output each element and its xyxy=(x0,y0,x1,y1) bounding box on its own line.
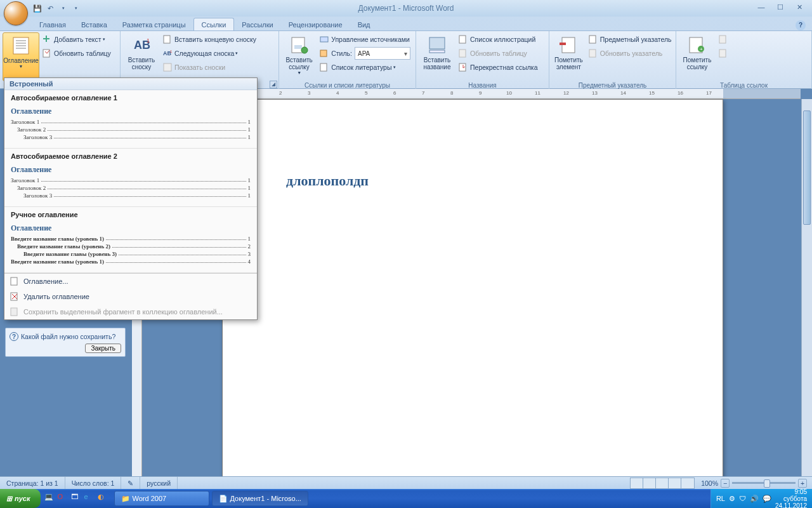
redo-icon[interactable] xyxy=(57,3,69,14)
footnotes-dialog-launcher[interactable]: ◢ xyxy=(270,81,277,88)
office-button[interactable] xyxy=(4,1,28,25)
ql-ie-icon[interactable]: e xyxy=(84,493,96,504)
system-tray: RL ⚙ 🛡 🔊 💬 9:05 суббота 24.11.2012 xyxy=(710,489,812,508)
ql-desktop-icon[interactable]: 🗔 xyxy=(71,493,82,504)
add-text-button[interactable]: Добавить текст▾ xyxy=(39,32,114,46)
taskbar-folder[interactable]: 📁 Word 2007 xyxy=(114,491,209,506)
citation-style-row: Стиль: APA▾ xyxy=(317,46,413,60)
tab-layout[interactable]: Разметка страницы xyxy=(115,18,193,30)
status-page[interactable]: Страница: 1 из 1 xyxy=(0,477,65,489)
help-icon[interactable]: ? xyxy=(796,20,806,30)
save-icon[interactable]: 💾 xyxy=(32,3,43,14)
ql-opera-icon[interactable]: O xyxy=(58,493,69,504)
tab-insert[interactable]: Вставка xyxy=(74,18,115,30)
mark-citation-button[interactable]: + Пометить ссылку xyxy=(679,32,716,81)
toc-gallery-menu: Оглавление... Удалить оглавление Сохрани… xyxy=(4,273,257,319)
add-text-icon xyxy=(42,34,52,44)
word-window: 💾 ↶ Документ1 - Microsoft Word — ☐ ✕ Гла… xyxy=(0,0,812,489)
svg-rect-28 xyxy=(589,50,596,57)
svg-text:1: 1 xyxy=(170,50,173,53)
toc-auto1-preview: Оглавление Заголовок 11 Заголовок 21 Заг… xyxy=(11,107,251,140)
update-toc-button[interactable]: Обновить таблицу xyxy=(39,46,114,60)
ql-mycomputer-icon[interactable]: 💻 xyxy=(44,493,56,504)
svg-rect-38 xyxy=(11,308,17,316)
insert-toa-button[interactable] xyxy=(716,32,733,46)
statusbar: Страница: 1 из 1 Число слов: 1 ✎ русский… xyxy=(0,476,812,489)
scroll-thumb[interactable] xyxy=(803,110,811,225)
status-language[interactable]: русский xyxy=(140,477,178,489)
tab-mailings[interactable]: Рассылки xyxy=(234,18,280,30)
group-index: Пометить элемент Предметный указатель Об… xyxy=(549,31,676,90)
next-footnote-button[interactable]: AB1Следующая сноска▾ xyxy=(160,46,259,60)
maximize-button[interactable]: ☐ xyxy=(773,3,788,13)
style-icon xyxy=(319,48,329,58)
zoom-in-button[interactable]: + xyxy=(798,479,807,488)
document-heading[interactable]: длоплополдп xyxy=(286,173,659,189)
minimize-button[interactable]: — xyxy=(754,3,769,13)
update-toa-button[interactable] xyxy=(716,46,733,60)
update-index-button[interactable]: Обновить указатель xyxy=(586,46,674,60)
tab-review[interactable]: Рецензирование xyxy=(281,18,350,30)
zoom-level[interactable]: 100% xyxy=(701,479,718,487)
toc-insert-custom[interactable]: Оглавление... xyxy=(4,274,257,289)
manage-sources-button[interactable]: Управление источниками xyxy=(317,32,413,46)
tray-lang[interactable]: RL xyxy=(716,495,725,502)
svg-rect-35 xyxy=(11,293,17,300)
status-proof-icon[interactable]: ✎ xyxy=(121,477,140,489)
undo-icon[interactable]: ↶ xyxy=(44,3,56,14)
svg-text:1: 1 xyxy=(147,37,150,44)
web-view[interactable] xyxy=(656,478,669,488)
close-button[interactable]: ✕ xyxy=(792,3,807,13)
toc-manual-preview: Оглавление Введите название главы (урове… xyxy=(11,224,251,265)
toc-auto1-item[interactable]: Автособираемое оглавление 1 Оглавление З… xyxy=(4,90,257,149)
svg-rect-15 xyxy=(294,45,302,49)
insert-citation-button[interactable]: Вставить ссылку▼ xyxy=(282,32,317,81)
toc-delete[interactable]: Удалить оглавление xyxy=(4,289,257,304)
svg-rect-18 xyxy=(320,50,327,57)
toc-manual-item[interactable]: Ручное оглавление Оглавление Введите наз… xyxy=(4,207,257,273)
print-layout-view[interactable] xyxy=(631,478,643,488)
table-of-figures-button[interactable]: Список иллюстраций xyxy=(455,32,540,46)
draft-view[interactable] xyxy=(681,478,694,488)
status-words[interactable]: Число слов: 1 xyxy=(65,477,122,489)
insert-index-icon xyxy=(588,34,598,44)
toc-button[interactable]: Оглавление ▼ xyxy=(3,32,39,81)
caption-icon xyxy=(427,35,447,55)
show-footnotes-button[interactable]: Показать сноски xyxy=(160,60,259,74)
document-page[interactable]: длоплополдп xyxy=(222,99,723,476)
view-buttons xyxy=(630,478,695,489)
start-button[interactable]: ⊞пуск xyxy=(0,489,41,508)
zoom-slider[interactable] xyxy=(732,482,796,484)
tab-view[interactable]: Вид xyxy=(350,18,378,30)
svg-rect-24 xyxy=(459,64,466,71)
tray-icon-4[interactable]: 💬 xyxy=(763,495,771,503)
vertical-scrollbar[interactable] xyxy=(801,99,812,476)
zoom-out-button[interactable]: − xyxy=(721,479,730,488)
tray-icon-1[interactable]: ⚙ xyxy=(729,495,735,503)
fullscreen-view[interactable] xyxy=(643,478,656,488)
insert-endnote-button[interactable]: Вставить концевую сноску xyxy=(160,32,259,46)
insert-index-button[interactable]: Предметный указатель xyxy=(586,32,674,46)
tray-icon-2[interactable]: 🛡 xyxy=(739,495,746,502)
tab-home[interactable]: Главная xyxy=(32,18,74,30)
toc-auto2-preview: Оглавление Заголовок 11 Заголовок 21 Заг… xyxy=(11,165,251,199)
taskbar-word[interactable]: 📄 Документ1 - Microso... xyxy=(212,491,308,506)
toc-auto2-item[interactable]: Автособираемое оглавление 2 Оглавление З… xyxy=(4,149,257,207)
svg-rect-23 xyxy=(459,50,466,57)
citation-style-combo[interactable]: APA▾ xyxy=(355,47,410,60)
update-figures-button[interactable]: Обновить таблицу xyxy=(455,46,540,60)
insert-footnote-button[interactable]: AB1 Вставить сноску xyxy=(123,32,160,81)
tab-references[interactable]: Ссылки xyxy=(193,18,235,30)
ql-media-icon[interactable]: ◐ xyxy=(98,493,109,504)
insert-caption-button[interactable]: Вставить название xyxy=(419,32,455,81)
outline-view[interactable] xyxy=(669,478,681,488)
tray-clock[interactable]: 9:05 суббота 24.11.2012 xyxy=(775,488,807,509)
close-prompt-button[interactable]: Закрыть xyxy=(85,344,121,353)
insert-toa-icon xyxy=(718,34,728,44)
cross-reference-button[interactable]: Перекрестная ссылка xyxy=(455,60,540,74)
group-toa: + Пометить ссылку Таблица ссылок xyxy=(676,31,812,90)
mark-entry-button[interactable]: Пометить элемент xyxy=(552,32,586,81)
qat-customize-icon[interactable] xyxy=(70,3,81,14)
tray-icon-3[interactable]: 🔊 xyxy=(750,495,759,503)
bibliography-button[interactable]: Список литературы▾ xyxy=(317,60,413,74)
